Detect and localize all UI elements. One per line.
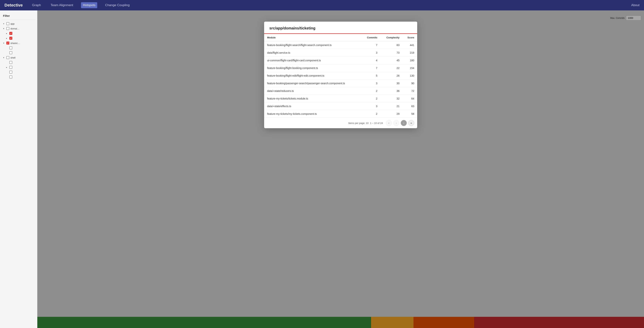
cell-commits: 2 [362,87,380,95]
chevron-down-icon: ▾ [2,42,5,44]
cell-commits: 3 [362,49,380,57]
table-row: data/flight.service.ts 3 73 219 [264,49,417,57]
label-app: app [10,22,35,25]
sidebar-item-domai[interactable]: ▾ domai… [2,26,36,31]
cell-score: 58 [402,110,417,118]
cell-module: data/flight.service.ts [264,49,362,57]
nav-bar: Detective Graph Team Alignment Hotspots … [0,0,644,10]
content-area: Max. Commits src/app/domains/ticketing [37,10,644,328]
checkbox-domai[interactable] [6,27,9,30]
table-row: feature-booking/flight-booking.component… [264,64,417,72]
dialog-footer: Items per page: 10 1 – 10 of 24 « ‹ › » [264,118,417,128]
cell-score: 72 [402,87,417,95]
chevron-right-icon: ▸ [5,66,8,69]
chevron-right-icon: ▸ [5,32,8,35]
pagination-range: 1 – 10 of 24 [370,122,383,125]
checkbox-sharec-child1[interactable] [9,46,12,49]
checkbox-shell-child2[interactable] [9,66,12,69]
cell-commits: 3 [362,80,380,87]
page-next-button[interactable]: › [401,120,407,126]
cell-commits: 2 [362,95,380,103]
sidebar-item-app[interactable]: ▾ app [2,21,36,26]
nav-link-hotspots[interactable]: Hotspots [81,2,97,8]
nav-link-graph[interactable]: Graph [30,2,43,8]
checkbox-domai-child2[interactable] [9,37,12,40]
cell-score: 130 [402,72,417,80]
table-row: feature-my-tickets/tickets.module.ts 2 3… [264,95,417,103]
table-row: feature-booking/flight-search/flight-sea… [264,41,417,49]
sidebar-item-sharec[interactable]: ▾ sharec… [2,41,36,45]
items-per-page-label: Items per page: 10 [348,122,368,125]
label-domai: domai… [10,27,35,30]
table-row: data/+state/effects.ts 3 21 63 [264,103,417,110]
sidebar-item-domai-child1[interactable]: ▸ [2,31,36,36]
sidebar-item-shell[interactable]: ▾ shell [2,55,36,60]
table-row: ui-common/flight-card/flight-card.compon… [264,57,417,64]
sidebar-item-shell-child1[interactable] [2,60,36,65]
chevron-down-icon: ▾ [2,56,5,59]
chevron-down-icon: ▾ [2,22,5,25]
cell-complexity: 30 [380,80,402,87]
main-layout: Filter ▾ app ▾ domai… ▸ ▸ ▾ sharec… [0,10,644,328]
cell-module: feature-booking/flight-booking.component… [264,64,362,72]
checkbox-shell-child4[interactable] [9,75,12,78]
cell-commits: 5 [362,72,380,80]
cell-commits: 7 [362,64,380,72]
dialog: src/app/domains/ticketing Module Commits… [264,22,417,128]
sidebar-title: Filter [2,13,36,20]
cell-score: 219 [402,49,417,57]
cell-score: 154 [402,64,417,72]
checkbox-shell-child1[interactable] [9,61,12,64]
modal-overlay: src/app/domains/ticketing Module Commits… [37,10,644,328]
cell-module: data/+state/reducers.ts [264,87,362,95]
cell-complexity: 21 [380,103,402,110]
cell-module: feature-booking/passenger-search/passeng… [264,80,362,87]
checkbox-domai-child1[interactable] [9,32,12,35]
cell-commits: 7 [362,41,380,49]
cell-commits: 4 [362,57,380,64]
module-table: Module Commits Complexity Score feature-… [264,34,417,118]
sidebar-item-shell-child4[interactable] [2,75,36,79]
cell-module: feature-my-tickets/my-tickets.component.… [264,110,362,118]
checkbox-sharec-child2[interactable] [9,51,12,54]
nav-about[interactable]: About [631,3,640,7]
page-prev-button[interactable]: ‹ [393,120,399,126]
table-header: Module Commits Complexity Score [264,34,417,41]
table-row: feature-booking/flight-edit/flight-edit.… [264,72,417,80]
sidebar-item-sharec-child1[interactable] [2,45,36,50]
sidebar-item-shell-child3[interactable] [2,70,36,75]
cell-module: ui-common/flight-card/flight-card.compon… [264,57,362,64]
col-header-complexity: Complexity [380,34,402,41]
cell-score: 441 [402,41,417,49]
cell-complexity: 22 [380,64,402,72]
checkbox-shell-child3[interactable] [9,71,12,74]
page-first-button[interactable]: « [386,120,392,126]
cell-complexity: 26 [380,72,402,80]
cell-complexity: 36 [380,87,402,95]
nav-link-team-alignment[interactable]: Team Alignment [49,2,75,8]
col-header-commits: Commits [362,34,380,41]
sidebar-item-sharec-child2[interactable] [2,50,36,55]
cell-score: 64 [402,95,417,103]
dialog-title: src/app/domains/ticketing [269,26,316,30]
col-header-module: Module [264,34,362,41]
sidebar-item-domai-child2[interactable]: ▸ [2,36,36,41]
checkbox-shell[interactable] [6,56,9,59]
table-row: data/+state/reducers.ts 2 36 72 [264,87,417,95]
checkbox-sharec[interactable] [6,41,9,44]
cell-module: data/+state/effects.ts [264,103,362,110]
page-last-button[interactable]: » [408,120,414,126]
sidebar-item-shell-child2[interactable]: ▸ [2,65,36,70]
cell-complexity: 32 [380,95,402,103]
col-header-score: Score [402,34,417,41]
cell-score: 90 [402,80,417,87]
cell-score: 180 [402,57,417,64]
table-row: feature-booking/passenger-search/passeng… [264,80,417,87]
checkbox-app[interactable] [6,22,9,25]
cell-module: feature-my-tickets/tickets.module.ts [264,95,362,103]
cell-commits: 2 [362,110,380,118]
cell-complexity: 73 [380,49,402,57]
sidebar: Filter ▾ app ▾ domai… ▸ ▸ ▾ sharec… [0,10,37,328]
nav-link-change-coupling[interactable]: Change Coupling [103,2,132,8]
cell-module: feature-booking/flight-edit/flight-edit.… [264,72,362,80]
